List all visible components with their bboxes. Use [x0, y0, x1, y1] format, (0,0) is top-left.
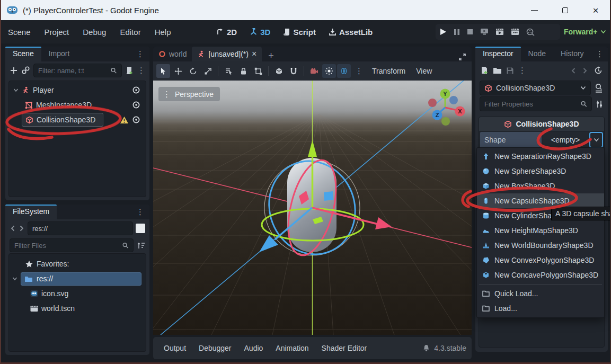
save-resource-button[interactable] — [506, 67, 514, 75]
maximize-button[interactable] — [550, 0, 580, 20]
transform-menu[interactable]: Transform — [367, 67, 410, 75]
instance-scene-button[interactable] — [21, 66, 30, 75]
run-custom-scene-button[interactable] — [511, 28, 519, 35]
stop-button[interactable] — [467, 29, 473, 35]
renderer-profile-dropdown[interactable]: Forward+ — [564, 20, 606, 43]
file-filter-input[interactable] — [14, 242, 122, 250]
perspective-menu[interactable]: ⋮ Perspective — [158, 87, 220, 101]
tab-filesystem[interactable]: FileSystem — [5, 205, 57, 219]
scene-tree-options-icon[interactable]: ⋮ — [137, 66, 145, 75]
viewport-3d[interactable]: Y X Z ⋮ Perspective — [153, 81, 472, 335]
extra-tools-icon[interactable]: ⋮ — [352, 66, 366, 76]
rotate-tool-button[interactable] — [186, 64, 200, 78]
bottom-tab-debugger[interactable]: Debugger — [193, 341, 237, 356]
history-forward-icon[interactable] — [582, 67, 588, 74]
workspace-2d[interactable]: 2D — [212, 25, 241, 39]
shape-assign-dropdown-button[interactable] — [589, 132, 603, 148]
dock-options-icon[interactable]: ⋮ — [131, 47, 149, 61]
bottom-tab-audio[interactable]: Audio — [239, 341, 269, 356]
object-history-icon[interactable] — [594, 66, 603, 75]
pause-button[interactable] — [454, 29, 460, 35]
add-node-button[interactable] — [10, 66, 18, 75]
history-back-icon[interactable] — [571, 67, 576, 74]
tree-row-meshinstance[interactable]: MeshInstance3D — [9, 97, 146, 112]
tab-node[interactable]: Node — [521, 47, 553, 61]
group-button[interactable] — [251, 64, 265, 78]
select-tool-button[interactable] — [156, 64, 170, 78]
movie-maker-button[interactable] — [526, 28, 535, 36]
visibility-eye-icon[interactable] — [132, 101, 140, 109]
notification-bell-icon[interactable] — [423, 344, 430, 352]
expander-down-icon[interactable] — [13, 87, 19, 93]
tab-scene[interactable]: Scene — [5, 47, 41, 61]
file-list-display-mode-button[interactable] — [136, 224, 145, 233]
dropdown-item-separation-ray[interactable]: New SeparationRayShape3D — [477, 149, 604, 164]
close-button[interactable]: × — [580, 0, 611, 20]
dock-options-icon[interactable]: ⋮ — [591, 47, 608, 61]
workspace-assetlib[interactable]: AssetLib — [324, 25, 377, 39]
dropdown-item-world-boundary[interactable]: New WorldBoundaryShape3D — [477, 238, 604, 253]
axis-neg-y-ball[interactable] — [441, 117, 450, 126]
run-current-scene-button[interactable] — [495, 28, 504, 35]
scene-filter-input[interactable] — [38, 67, 110, 75]
dock-options-icon[interactable]: ⋮ — [131, 205, 149, 219]
new-resource-button[interactable] — [481, 66, 489, 75]
menu-debug[interactable]: Debug — [76, 24, 113, 40]
preview-sunlight-toggle[interactable] — [322, 64, 336, 78]
visibility-eye-icon[interactable] — [132, 116, 140, 124]
workspace-script[interactable]: Script — [279, 25, 320, 39]
warning-icon[interactable] — [120, 116, 129, 124]
menu-project[interactable]: Project — [38, 24, 76, 40]
tree-row-collisionshape[interactable]: CollisionShape3D — [9, 112, 146, 127]
attach-script-button[interactable] — [125, 66, 134, 75]
scene-tab-world[interactable]: world — [153, 47, 192, 61]
new-scene-tab-button[interactable]: + — [262, 50, 280, 61]
axis-neg-z-ball[interactable] — [449, 96, 458, 104]
dropdown-item-capsule[interactable]: New CapsuleShape3D — [477, 193, 604, 208]
bottom-tab-output[interactable]: Output — [158, 341, 191, 356]
axis-neg-x-ball[interactable] — [428, 99, 437, 107]
dropdown-item-box[interactable]: New BoxShape3D — [477, 179, 604, 193]
preview-environment-toggle[interactable] — [337, 64, 351, 78]
nav-forward-icon[interactable] — [19, 225, 25, 232]
resource-options-icon[interactable]: ⋮ — [518, 66, 526, 75]
tree-row-world-tscn[interactable]: world.tscn — [9, 301, 146, 316]
edited-object-dropdown[interactable]: CollisionShape3D — [480, 81, 591, 95]
view-menu[interactable]: View — [411, 67, 437, 75]
menu-scene[interactable]: Scene — [1, 24, 38, 40]
tree-row-res-root[interactable]: res:// — [9, 271, 146, 286]
play-button[interactable] — [440, 28, 447, 35]
property-tools-icon[interactable] — [595, 100, 604, 109]
bottom-tab-shader-editor[interactable]: Shader Editor — [316, 341, 373, 356]
filter-properties-input[interactable] — [484, 100, 580, 108]
mesh-options-button[interactable] — [272, 64, 286, 78]
remote-debug-icon[interactable] — [480, 28, 489, 35]
visibility-eye-icon[interactable] — [132, 86, 140, 94]
snap-toggle-button[interactable] — [287, 64, 300, 78]
menu-editor[interactable]: Editor — [113, 24, 147, 40]
dropdown-item-convex-polygon[interactable]: New ConvexPolygonShape3D — [477, 253, 604, 268]
menu-help[interactable]: Help — [148, 24, 178, 40]
dropdown-item-sphere[interactable]: New SphereShape3D — [477, 164, 604, 179]
tab-import[interactable]: Import — [41, 47, 77, 61]
dropdown-item-load[interactable]: Load... — [477, 301, 604, 316]
move-tool-button[interactable] — [171, 64, 185, 78]
tree-row-icon-svg[interactable]: icon.svg — [9, 286, 146, 301]
minimize-button[interactable] — [519, 0, 550, 20]
load-resource-button[interactable] — [493, 67, 502, 74]
tab-history[interactable]: History — [553, 47, 591, 61]
lock-button[interactable] — [236, 64, 250, 78]
current-path-input[interactable] — [32, 225, 128, 233]
tab-inspector[interactable]: Inspector — [475, 47, 521, 61]
dropdown-item-quick-load[interactable]: Quick Load... — [477, 286, 604, 301]
camera-preview-button[interactable] — [307, 64, 321, 78]
nav-back-icon[interactable] — [10, 225, 16, 232]
scale-tool-button[interactable] — [201, 64, 215, 78]
dropdown-item-heightmap[interactable]: New HeightMapShape3D — [477, 223, 604, 238]
expand-viewport-button[interactable] — [453, 52, 472, 61]
shape-property-value[interactable]: <empty> — [543, 132, 588, 148]
scene-tab-unsaved[interactable]: [unsaved](*) × — [192, 47, 262, 61]
dropdown-item-concave-polygon[interactable]: New ConcavePolygonShape3D — [477, 268, 604, 282]
expander-down-icon[interactable] — [12, 276, 17, 281]
list-select-button[interactable] — [222, 64, 235, 78]
